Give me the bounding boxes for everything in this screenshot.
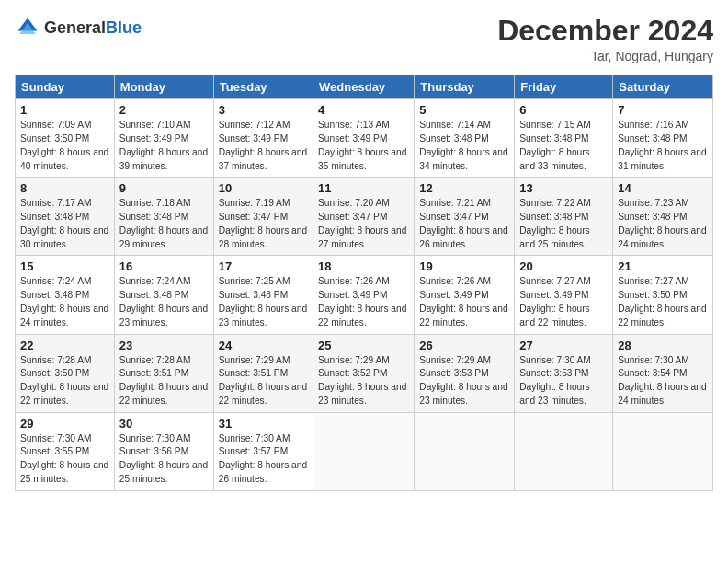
day-info: Sunrise: 7:14 AMSunset: 3:48 PMDaylight:…: [419, 120, 507, 170]
day-info: Sunrise: 7:29 AMSunset: 3:51 PMDaylight:…: [219, 355, 307, 406]
column-header-monday: Monday: [114, 75, 213, 99]
calendar-cell: 7Sunrise: 7:16 AMSunset: 3:48 PMDaylight…: [613, 99, 713, 178]
calendar-cell: 11Sunrise: 7:20 AMSunset: 3:47 PMDayligh…: [313, 178, 415, 256]
logo: GeneralBlue: [15, 15, 142, 40]
calendar-header-row: SundayMondayTuesdayWednesdayThursdayFrid…: [16, 75, 713, 99]
page-header: GeneralBlue December 2024 Tar, Nograd, H…: [15, 15, 713, 63]
day-number: 16: [119, 259, 209, 273]
day-number: 22: [20, 339, 109, 352]
title-block: December 2024 Tar, Nograd, Hungary: [497, 15, 713, 63]
day-info: Sunrise: 7:15 AMSunset: 3:48 PMDaylight:…: [519, 120, 591, 170]
calendar-cell: [613, 412, 713, 490]
calendar-cell: 13Sunrise: 7:22 AMSunset: 3:48 PMDayligh…: [515, 178, 613, 256]
column-header-tuesday: Tuesday: [213, 75, 313, 99]
calendar-cell: 18Sunrise: 7:26 AMSunset: 3:49 PMDayligh…: [313, 256, 415, 334]
month-year: December 2024: [497, 15, 713, 47]
day-number: 1: [20, 103, 109, 117]
day-number: 31: [219, 417, 308, 431]
location: Tar, Nograd, Hungary: [497, 49, 713, 63]
calendar-cell: 5Sunrise: 7:14 AMSunset: 3:48 PMDaylight…: [415, 99, 515, 178]
day-number: 11: [318, 181, 409, 195]
day-info: Sunrise: 7:26 AMSunset: 3:49 PMDaylight:…: [419, 276, 507, 327]
day-info: Sunrise: 7:24 AMSunset: 3:48 PMDaylight:…: [119, 276, 208, 327]
day-info: Sunrise: 7:19 AMSunset: 3:47 PMDaylight:…: [219, 198, 307, 248]
day-number: 3: [219, 103, 308, 117]
day-number: 8: [20, 181, 109, 195]
day-info: Sunrise: 7:30 AMSunset: 3:55 PMDaylight:…: [20, 433, 108, 484]
calendar-week-row: 1Sunrise: 7:09 AMSunset: 3:50 PMDaylight…: [16, 99, 713, 178]
day-info: Sunrise: 7:28 AMSunset: 3:50 PMDaylight:…: [20, 355, 108, 406]
day-info: Sunrise: 7:13 AMSunset: 3:49 PMDaylight:…: [318, 120, 406, 170]
day-number: 17: [219, 259, 308, 273]
calendar-cell: 17Sunrise: 7:25 AMSunset: 3:48 PMDayligh…: [213, 256, 313, 334]
day-info: Sunrise: 7:30 AMSunset: 3:54 PMDaylight:…: [618, 355, 706, 406]
day-info: Sunrise: 7:30 AMSunset: 3:56 PMDaylight:…: [119, 433, 208, 484]
day-info: Sunrise: 7:25 AMSunset: 3:48 PMDaylight:…: [219, 276, 307, 327]
calendar-cell: 22Sunrise: 7:28 AMSunset: 3:50 PMDayligh…: [16, 334, 115, 412]
logo-text-blue: Blue: [106, 18, 142, 37]
day-number: 27: [519, 339, 608, 352]
day-number: 6: [519, 103, 608, 117]
day-info: Sunrise: 7:29 AMSunset: 3:53 PMDaylight:…: [419, 355, 507, 406]
calendar-cell: 27Sunrise: 7:30 AMSunset: 3:53 PMDayligh…: [515, 334, 613, 412]
day-info: Sunrise: 7:16 AMSunset: 3:48 PMDaylight:…: [618, 120, 706, 170]
logo-text-general: General: [44, 18, 106, 37]
day-number: 7: [618, 103, 708, 117]
calendar-cell: 30Sunrise: 7:30 AMSunset: 3:56 PMDayligh…: [114, 412, 213, 490]
day-number: 23: [119, 339, 209, 352]
day-info: Sunrise: 7:30 AMSunset: 3:57 PMDaylight:…: [219, 433, 307, 484]
day-number: 21: [618, 259, 708, 273]
day-number: 2: [119, 103, 209, 117]
calendar-cell: 23Sunrise: 7:28 AMSunset: 3:51 PMDayligh…: [114, 334, 213, 412]
calendar-week-row: 15Sunrise: 7:24 AMSunset: 3:48 PMDayligh…: [16, 256, 713, 334]
calendar-cell: 12Sunrise: 7:21 AMSunset: 3:47 PMDayligh…: [415, 178, 515, 256]
calendar-cell: 8Sunrise: 7:17 AMSunset: 3:48 PMDaylight…: [16, 178, 115, 256]
day-number: 30: [119, 417, 209, 431]
calendar-cell: 1Sunrise: 7:09 AMSunset: 3:50 PMDaylight…: [16, 99, 115, 178]
day-info: Sunrise: 7:30 AMSunset: 3:53 PMDaylight:…: [519, 355, 591, 406]
day-number: 18: [318, 259, 409, 273]
day-info: Sunrise: 7:20 AMSunset: 3:47 PMDaylight:…: [318, 198, 406, 248]
calendar-cell: 28Sunrise: 7:30 AMSunset: 3:54 PMDayligh…: [613, 334, 713, 412]
column-header-sunday: Sunday: [16, 75, 115, 99]
calendar-week-row: 29Sunrise: 7:30 AMSunset: 3:55 PMDayligh…: [16, 412, 713, 490]
calendar-week-row: 22Sunrise: 7:28 AMSunset: 3:50 PMDayligh…: [16, 334, 713, 412]
day-number: 24: [219, 339, 308, 352]
day-info: Sunrise: 7:23 AMSunset: 3:48 PMDaylight:…: [618, 198, 706, 248]
day-info: Sunrise: 7:28 AMSunset: 3:51 PMDaylight:…: [119, 355, 208, 406]
day-info: Sunrise: 7:24 AMSunset: 3:48 PMDaylight:…: [20, 276, 108, 327]
day-number: 13: [519, 181, 608, 195]
calendar-week-row: 8Sunrise: 7:17 AMSunset: 3:48 PMDaylight…: [16, 178, 713, 256]
day-info: Sunrise: 7:12 AMSunset: 3:49 PMDaylight:…: [219, 120, 307, 170]
column-header-friday: Friday: [515, 75, 613, 99]
column-header-thursday: Thursday: [415, 75, 515, 99]
calendar-cell: 10Sunrise: 7:19 AMSunset: 3:47 PMDayligh…: [213, 178, 313, 256]
day-number: 28: [618, 339, 708, 352]
calendar-cell: 15Sunrise: 7:24 AMSunset: 3:48 PMDayligh…: [16, 256, 115, 334]
calendar-cell: 26Sunrise: 7:29 AMSunset: 3:53 PMDayligh…: [415, 334, 515, 412]
calendar-cell: 31Sunrise: 7:30 AMSunset: 3:57 PMDayligh…: [213, 412, 313, 490]
day-number: 12: [419, 181, 509, 195]
calendar-cell: 24Sunrise: 7:29 AMSunset: 3:51 PMDayligh…: [213, 334, 313, 412]
calendar-cell: 25Sunrise: 7:29 AMSunset: 3:52 PMDayligh…: [313, 334, 415, 412]
day-info: Sunrise: 7:18 AMSunset: 3:48 PMDaylight:…: [119, 198, 208, 248]
day-number: 4: [318, 103, 409, 117]
day-number: 19: [419, 259, 509, 273]
day-number: 15: [20, 259, 109, 273]
day-info: Sunrise: 7:09 AMSunset: 3:50 PMDaylight:…: [20, 120, 108, 170]
day-number: 10: [219, 181, 308, 195]
day-info: Sunrise: 7:22 AMSunset: 3:48 PMDaylight:…: [519, 198, 591, 248]
day-number: 9: [119, 181, 209, 195]
calendar-cell: 6Sunrise: 7:15 AMSunset: 3:48 PMDaylight…: [515, 99, 613, 178]
calendar-cell: 29Sunrise: 7:30 AMSunset: 3:55 PMDayligh…: [16, 412, 115, 490]
column-header-saturday: Saturday: [613, 75, 713, 99]
day-info: Sunrise: 7:21 AMSunset: 3:47 PMDaylight:…: [419, 198, 507, 248]
day-number: 20: [519, 259, 608, 273]
calendar-cell: [313, 412, 415, 490]
calendar-cell: 2Sunrise: 7:10 AMSunset: 3:49 PMDaylight…: [114, 99, 213, 178]
column-header-wednesday: Wednesday: [313, 75, 415, 99]
logo-icon: [15, 15, 40, 40]
day-info: Sunrise: 7:29 AMSunset: 3:52 PMDaylight:…: [318, 355, 406, 406]
calendar-cell: 20Sunrise: 7:27 AMSunset: 3:49 PMDayligh…: [515, 256, 613, 334]
day-number: 25: [318, 339, 409, 352]
